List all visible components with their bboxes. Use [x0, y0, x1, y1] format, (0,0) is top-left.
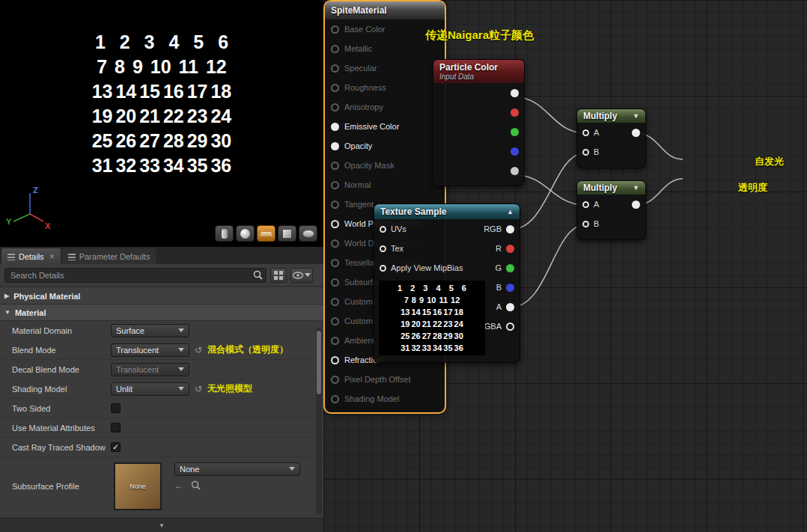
preview-cube-button[interactable] — [278, 225, 296, 242]
cast-ray-traced-shadow-checkbox[interactable]: ✓ — [111, 442, 121, 452]
wire[interactable] — [510, 224, 586, 308]
shading-model-dropdown[interactable]: Unlit — [111, 382, 189, 396]
pin-icon[interactable] — [331, 356, 339, 364]
output-pin-rgb[interactable] — [511, 89, 519, 97]
preview-cylinder-button[interactable] — [215, 225, 234, 242]
output-pin-b[interactable] — [506, 284, 514, 292]
tab-parameter-defaults[interactable]: Parameter Defaults — [62, 248, 156, 264]
input-pin-uvs[interactable] — [380, 226, 386, 233]
use-selected-asset-icon[interactable]: ← — [174, 480, 183, 491]
material-preview-viewport[interactable]: 1 2 3 4 5 6 7 8 9 10 11 12 13 14 15 16 1… — [0, 0, 323, 247]
output-pin-r[interactable] — [506, 245, 514, 253]
section-label: Material — [15, 308, 46, 317]
pin-icon[interactable] — [331, 84, 339, 92]
section-material[interactable]: ▼ Material — [0, 305, 323, 321]
pin-icon[interactable] — [331, 103, 339, 111]
output-pin-a[interactable] — [506, 303, 514, 311]
node-multiply-1[interactable]: Multiply ▼ A B — [576, 108, 646, 168]
browse-to-asset-icon[interactable] — [191, 480, 201, 490]
reset-to-default-icon[interactable]: ↺ — [195, 345, 202, 355]
pin-icon[interactable] — [331, 376, 339, 384]
details-bottom-expander[interactable]: ▼ — [0, 518, 323, 532]
input-pin-a[interactable] — [582, 129, 589, 136]
input-pin-tex[interactable] — [380, 245, 386, 252]
pin-icon[interactable] — [331, 201, 339, 209]
pin-icon[interactable] — [331, 259, 339, 267]
pin-icon[interactable] — [331, 25, 339, 34]
tab-details[interactable]: Details × — [1, 248, 61, 264]
close-icon[interactable]: × — [49, 251, 55, 262]
scrollbar-thumb[interactable] — [317, 331, 321, 394]
preview-sphere-button[interactable] — [236, 225, 255, 242]
material-pin-opacity[interactable]: Opacity — [325, 136, 445, 156]
use-material-attributes-checkbox[interactable] — [111, 423, 121, 432]
output-pin-a[interactable] — [511, 167, 519, 175]
two-sided-checkbox[interactable] — [111, 403, 121, 413]
blend-mode-dropdown[interactable]: Translucent — [111, 343, 189, 357]
pin-icon[interactable] — [331, 317, 339, 325]
eye-icon — [293, 272, 303, 279]
property-matrix-button[interactable] — [270, 268, 287, 283]
output-pin-r[interactable] — [511, 108, 519, 117]
pin-icon[interactable] — [331, 162, 339, 170]
input-pin-b[interactable] — [582, 221, 589, 227]
pin-icon[interactable] — [331, 45, 339, 53]
chevron-down-icon[interactable]: ▼ — [633, 112, 639, 120]
chevron-down-icon[interactable]: ▼ — [633, 184, 639, 192]
output-pin-rgb[interactable] — [506, 225, 514, 233]
axis-gizmo-icon: Z Y X — [4, 184, 52, 232]
material-pin-opacity-mask[interactable]: Opacity Mask — [325, 156, 445, 175]
material-pin-specular[interactable]: Specular — [325, 58, 445, 78]
collapse-up-icon[interactable]: ▲ — [507, 208, 514, 215]
subsurface-profile-dropdown[interactable]: None — [174, 462, 300, 476]
preview-plane-button[interactable] — [257, 225, 275, 242]
preview-teapot-button[interactable] — [299, 225, 317, 242]
material-pin-emissive-color[interactable]: Emissive Color — [325, 117, 445, 136]
material-graph-canvas[interactable]: 传递Naigara粒子颜色 自发光 透明度 Particle Color Inp… — [323, 0, 807, 532]
material-domain-dropdown[interactable]: Surface — [111, 324, 189, 337]
output-pin-g[interactable] — [506, 264, 514, 272]
search-icon[interactable] — [253, 270, 263, 280]
input-pin-b[interactable] — [582, 149, 589, 156]
pin-icon[interactable] — [331, 220, 339, 228]
input-pin-a[interactable] — [582, 201, 589, 208]
pin-icon[interactable] — [331, 181, 339, 189]
pin-icon[interactable] — [331, 142, 339, 150]
pin-icon[interactable] — [331, 239, 339, 248]
input-pin-apply-view-mipbias[interactable] — [380, 265, 386, 272]
axis-y-label: Y — [6, 217, 12, 226]
section-physical-material[interactable]: ▶ Physical Material — [0, 288, 323, 305]
node-particle-color[interactable]: Particle Color Input Data — [433, 59, 525, 186]
pin-icon[interactable] — [331, 64, 339, 73]
section-collapsed-icon[interactable]: ▶ — [4, 293, 9, 299]
cube-icon — [283, 230, 291, 238]
pin-icon[interactable] — [331, 278, 339, 287]
section-expanded-icon[interactable]: ▼ — [4, 309, 10, 316]
emissive-annotation: 自发光 — [755, 155, 784, 168]
output-pin-g[interactable] — [511, 128, 519, 136]
pin-icon[interactable] — [331, 298, 339, 306]
search-input[interactable] — [4, 268, 267, 283]
material-pin-metallic[interactable]: Metallic — [325, 39, 445, 58]
material-pin-normal[interactable]: Normal — [325, 175, 445, 195]
node-texture-sample[interactable]: Texture Sample ▲ UVs RGB Tex R Apply Vie… — [374, 204, 520, 363]
material-pin-anisotropy[interactable]: Anisotropy — [325, 97, 445, 117]
material-pin-base-color[interactable]: Base Color — [325, 19, 445, 39]
material-pin-shading-model[interactable]: Shading Model — [325, 389, 445, 409]
pin-icon[interactable] — [331, 395, 339, 403]
output-pin-b[interactable] — [511, 147, 519, 156]
output-pin-result[interactable] — [632, 201, 640, 209]
view-options-button[interactable] — [290, 268, 313, 283]
material-pin-pixel-depth-offset[interactable]: Pixel Depth Offset — [325, 370, 445, 389]
number-row: 19 20 21 22 23 24 — [0, 104, 323, 129]
wire[interactable] — [515, 97, 586, 133]
output-pin-result[interactable] — [632, 129, 640, 137]
material-pin-roughness[interactable]: Roughness — [325, 78, 445, 97]
pin-icon[interactable] — [331, 337, 339, 345]
node-multiply-2[interactable]: Multiply ▼ A B — [576, 180, 646, 240]
reset-to-default-icon[interactable]: ↺ — [195, 384, 202, 394]
subsurface-profile-thumbnail[interactable]: None — [114, 462, 162, 510]
pin-icon[interactable] — [331, 123, 339, 131]
details-scrollbar[interactable] — [316, 328, 322, 515]
output-pin-rgba[interactable] — [506, 322, 514, 331]
